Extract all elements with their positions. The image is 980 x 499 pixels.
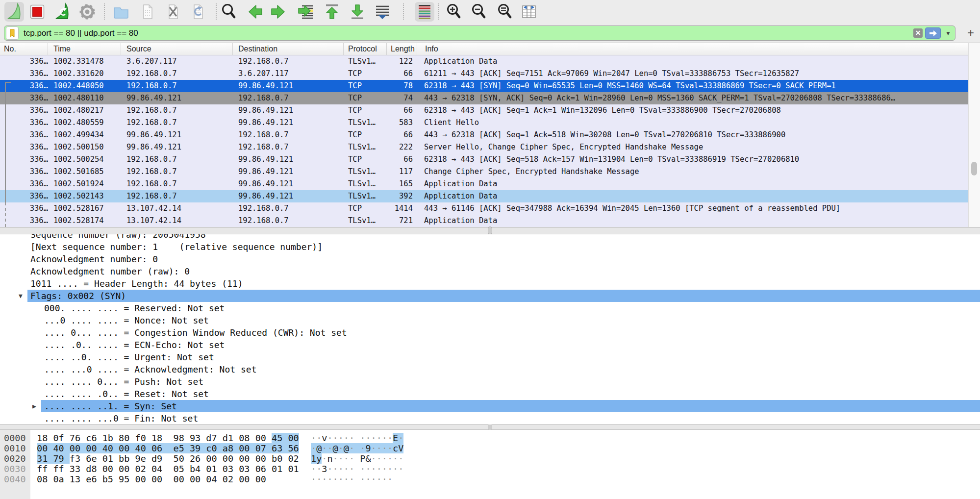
ascii-char[interactable]: · — [371, 453, 377, 464]
hex-byte[interactable]: 00 — [239, 453, 255, 464]
hex-byte[interactable]: 79 — [53, 453, 69, 464]
hex-byte[interactable]: 76 — [70, 433, 86, 443]
detail-line[interactable]: ▶.... .... ..1. = Syn: Set — [0, 400, 980, 412]
hex-byte[interactable]: f0 — [135, 433, 151, 443]
packet-row[interactable]: 336…1002.52816713.107.42.14192.168.0.7TC… — [0, 202, 968, 215]
ascii-char[interactable]: · — [382, 433, 387, 443]
ascii-char[interactable]: · — [382, 464, 387, 474]
hex-byte[interactable]: 13 — [70, 474, 86, 484]
save-file-button[interactable] — [138, 2, 157, 22]
ascii-char[interactable]: · — [360, 474, 365, 484]
auto-scroll-button[interactable] — [373, 2, 392, 22]
hex-byte[interactable]: 00 — [119, 443, 135, 453]
column-header-destination[interactable]: Destination — [233, 43, 344, 55]
filter-add-button[interactable]: + — [964, 25, 978, 40]
ascii-char[interactable]: · — [327, 443, 332, 453]
hex-byte[interactable]: 08 — [37, 474, 53, 484]
hex-byte[interactable]: 40 — [102, 443, 119, 453]
ascii-char[interactable]: · — [398, 433, 403, 443]
packet-list-scrollbar[interactable] — [968, 43, 980, 227]
ascii-char[interactable]: · — [371, 474, 377, 484]
ascii-char[interactable]: · — [338, 474, 344, 484]
ascii-char[interactable]: · — [344, 474, 349, 484]
packet-row[interactable]: 336…1002.501685192.168.0.799.86.49.121TL… — [0, 166, 968, 178]
ascii-char[interactable]: · — [316, 474, 322, 484]
ascii-char[interactable]: c — [393, 443, 398, 453]
hex-byte[interactable]: 39 — [190, 443, 206, 453]
ascii-char[interactable]: n — [327, 453, 332, 464]
ascii-char[interactable]: · — [377, 433, 382, 443]
ascii-char[interactable]: · — [387, 474, 393, 484]
hex-byte[interactable]: 00 — [239, 443, 255, 453]
resize-columns-button[interactable] — [519, 2, 539, 22]
ascii-char[interactable]: · — [371, 433, 377, 443]
hex-byte[interactable]: 00 — [151, 474, 174, 484]
detail-line[interactable]: .... ...0 .... = Acknowledgment: Not set — [0, 363, 980, 375]
scrollbar-thumb[interactable] — [971, 162, 977, 175]
hex-byte[interactable]: ff — [37, 464, 53, 474]
ascii-char[interactable]: · — [311, 464, 316, 474]
ascii-char[interactable]: · — [398, 464, 403, 474]
ascii-char[interactable]: · — [377, 443, 382, 453]
ascii-char[interactable]: · — [398, 453, 403, 464]
restart-capture-button[interactable] — [52, 2, 72, 22]
column-header-length[interactable]: Length — [387, 43, 417, 55]
hex-byte[interactable]: 02 — [223, 474, 239, 484]
hex-byte[interactable]: 00 — [70, 443, 86, 453]
hex-byte[interactable]: 40 — [53, 443, 69, 453]
packet-row[interactable]: 336…1002.49943499.86.49.121192.168.0.7TC… — [0, 129, 968, 141]
ascii-char[interactable]: · — [311, 443, 316, 453]
ascii-char[interactable]: 1 — [311, 453, 316, 464]
hex-byte[interactable]: d8 — [86, 464, 102, 474]
hex-byte[interactable]: d7 — [206, 433, 222, 443]
ascii-char[interactable]: · — [393, 464, 398, 474]
close-file-button[interactable] — [163, 2, 183, 22]
ascii-char[interactable]: · — [360, 464, 365, 474]
ascii-char[interactable]: · — [349, 443, 360, 453]
ascii-char[interactable]: · — [338, 433, 344, 443]
detail-line[interactable]: .... .... .0.. = Reset: Not set — [0, 388, 980, 400]
packet-row[interactable]: 336…1002.480217192.168.0.799.86.49.121TC… — [0, 104, 968, 117]
ascii-char[interactable]: · — [344, 453, 349, 464]
hex-byte[interactable]: 00 — [223, 453, 239, 464]
packet-row[interactable]: 336…1002.502143192.168.0.799.86.49.121TL… — [0, 190, 968, 202]
packet-row[interactable]: 336…1002.500254192.168.0.799.86.49.121TC… — [0, 153, 968, 166]
splitter-list-details[interactable] — [0, 227, 980, 234]
column-header-source[interactable]: Source — [121, 43, 233, 55]
hex-byte[interactable]: 00 — [190, 474, 206, 484]
hex-byte[interactable]: 02 — [288, 453, 299, 464]
ascii-char[interactable]: P — [360, 453, 365, 464]
ascii-char[interactable]: · — [333, 464, 338, 474]
ascii-char[interactable]: · — [387, 433, 393, 443]
hex-byte[interactable]: 00 — [86, 443, 102, 453]
detail-line[interactable]: .... ..0. .... = Urgent: Not set — [0, 351, 980, 363]
hex-byte[interactable]: 00 — [255, 433, 272, 443]
ascii-char[interactable]: · — [387, 464, 393, 474]
ascii-char[interactable]: · — [371, 443, 377, 453]
colorize-button[interactable] — [415, 2, 434, 22]
hex-byte[interactable]: 63 — [272, 443, 288, 453]
hex-byte[interactable]: 01 — [288, 464, 299, 474]
hex-byte[interactable]: 01 — [272, 464, 288, 474]
hex-byte[interactable]: f3 — [70, 453, 86, 464]
hex-byte[interactable]: 31 — [37, 453, 53, 464]
hex-byte[interactable]: b4 — [190, 464, 206, 474]
ascii-char[interactable]: · — [322, 443, 327, 453]
ascii-char[interactable]: · — [338, 464, 344, 474]
ascii-char[interactable]: · — [365, 464, 371, 474]
hex-byte[interactable]: 00 — [102, 464, 119, 474]
stop-capture-button[interactable] — [27, 2, 47, 22]
ascii-char[interactable]: y — [316, 453, 322, 464]
hex-byte[interactable]: 33 — [70, 464, 86, 474]
ascii-char[interactable]: · — [393, 453, 398, 464]
hex-byte[interactable]: 01 — [206, 464, 222, 474]
detail-line[interactable]: Sequence number (raw): 2005041958 — [0, 234, 980, 241]
hex-byte[interactable]: 08 — [239, 433, 255, 443]
hex-byte[interactable]: b5 — [102, 474, 119, 484]
detail-line[interactable]: .... .... ...0 = Fin: Not set — [0, 412, 980, 424]
go-last-button[interactable] — [348, 2, 367, 22]
hex-byte[interactable]: 02 — [135, 464, 151, 474]
ascii-char[interactable]: · — [382, 453, 387, 464]
hex-byte[interactable]: 07 — [255, 443, 272, 453]
splitter-details-hex[interactable] — [0, 424, 980, 430]
